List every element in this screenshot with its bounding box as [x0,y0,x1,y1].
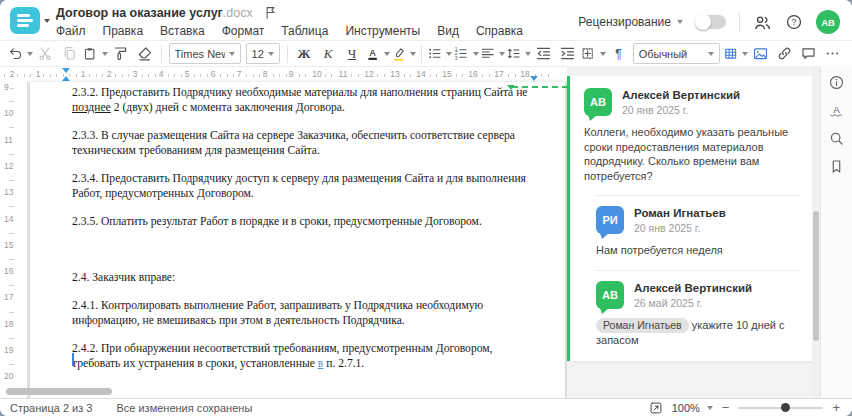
ruler-number: 7 [236,70,243,79]
link-button[interactable] [773,42,796,65]
comment-thread: АВАлексей Вертинский20 янв 2025 г.Коллег… [584,88,800,347]
page-indicator[interactable]: Страница 2 из 3 [10,402,92,414]
increase-indent-button[interactable] [556,42,579,65]
zoom-in-button[interactable]: + [832,402,840,414]
comment-header: РИРоман Игнатьев20 янв 2025 г. [596,206,800,234]
ruler-number: 10 [3,108,14,119]
vertical-scrollbar-thumb[interactable] [813,211,819,341]
font-color-button[interactable]: А [365,42,390,65]
text-run: 2 (двух) дней с момента заключения Догов… [111,101,345,114]
fit-width-icon[interactable] [649,401,663,415]
font-size-select[interactable]: 12 [246,43,280,64]
comment-avatar: АВ [596,281,624,309]
align-left-button[interactable] [480,42,505,65]
decrease-indent-button[interactable] [532,42,555,65]
vertical-ruler[interactable]: 91011121314151617181920 [0,82,28,398]
paragraph[interactable]: 2.4.1. Контролировать выполнение Работ, … [72,298,537,328]
zoom-slider[interactable] [738,407,823,409]
document-page[interactable]: 2.3.2. Предоставить Подрядчику необходим… [30,82,565,398]
review-mode-button[interactable]: Рецензирование [578,15,683,29]
logo-caret-icon[interactable] [44,19,50,23]
italic-button[interactable]: К [317,42,340,65]
pilcrow-button[interactable]: ¶ [607,42,630,65]
bold-button[interactable]: Ж [293,42,316,65]
text-run: п. 2.7.1. [323,357,364,370]
comment-reply[interactable]: РИРоман Игнатьев20 янв 2025 г.Нам потреб… [596,195,800,258]
comment-reply[interactable]: АВАлексей Вертинский26 май 2025 г.Роман … [596,270,800,348]
horizontal-ruler[interactable]: 21123456789101112131415161718 [0,66,567,82]
format-painter-button[interactable] [109,42,132,65]
image-button[interactable] [749,42,772,65]
menu-item-1[interactable]: Правка [103,24,144,38]
menu-item-3[interactable]: Формат [222,24,265,38]
menu-item-0[interactable]: Файл [56,24,86,38]
document-area: 91011121314151617181920 2.3.2. Предостав… [0,82,567,398]
paragraph[interactable]: 2.3.2. Предоставить Подрядчику необходим… [72,85,537,115]
toggle-knob[interactable] [695,14,711,30]
ruler-number: 8 [262,70,269,79]
avatar-tail-icon [600,308,609,314]
paragraph[interactable]: 2.4.2. При обнаружении несоответствий тр… [72,341,537,371]
search-icon[interactable] [828,130,845,147]
ruler-number: 1 [35,70,42,79]
spellcheck-icon[interactable]: А [828,102,845,119]
underline-button[interactable]: Ч [341,42,364,65]
paragraph[interactable] [72,242,537,257]
more-button[interactable] [821,42,844,65]
ruler-number: 14 [3,214,14,225]
comment-date: 20 янв 2025 г. [622,104,740,116]
comment-avatar: РИ [596,206,624,234]
menu-item-5[interactable]: Инструменты [345,24,420,38]
right-indent-marker[interactable] [530,76,538,81]
text-run: 2.3.4. Предоставить Подрядчику доступ к … [72,172,526,200]
comment-card[interactable]: АВАлексей Вертинский20 янв 2025 г.Коллег… [567,76,812,361]
ruler-number: 2 [106,70,113,79]
toolbar-separator [161,45,162,63]
user-avatar[interactable]: АВ [816,10,840,34]
bookmark-icon[interactable] [828,158,845,175]
app-menu[interactable] [10,7,50,34]
line-spacing-button[interactable] [506,42,531,65]
comment[interactable]: АВАлексей Вертинский20 янв 2025 г.Коллег… [584,88,800,183]
menu-item-4[interactable]: Таблица [281,24,328,38]
ruler-number: 19 [3,345,14,356]
numbered-list-button[interactable]: 123 [453,42,478,65]
bullet-list-button[interactable] [427,42,452,65]
text-run: 2.3.3. В случае размещения Сайта на серв… [72,129,515,157]
zoom-select[interactable]: 100% [672,402,713,414]
flag-icon[interactable] [263,5,278,20]
comment-button[interactable] [797,42,820,65]
menu-item-2[interactable]: Вставка [160,24,205,38]
undo-button[interactable] [8,42,33,65]
zoom-slider-thumb[interactable] [781,403,790,412]
paragraph[interactable]: 2.3.4. Предоставить Подрядчику доступ к … [72,171,537,201]
style-name-select[interactable]: Обычный [633,43,720,64]
zoom-out-button[interactable]: − [722,402,730,414]
comment-header: АВАлексей Вертинский26 май 2025 г. [596,281,800,309]
paragraph-borders-button[interactable] [580,42,605,65]
left-indent-marker[interactable] [62,76,70,81]
horizontal-scrollbar[interactable] [6,388,112,395]
first-line-indent-marker[interactable] [62,68,70,73]
vertical-scrollbar-track[interactable] [812,66,820,398]
collaboration-icon[interactable] [753,13,772,32]
info-icon[interactable] [828,74,845,91]
paste-button[interactable] [82,42,107,65]
menu-item-6[interactable]: Вид [437,24,459,38]
paragraph[interactable]: 2.4. Заказчик вправе: [72,270,537,285]
ruler-number: 9 [288,70,295,79]
table-button[interactable] [723,42,748,65]
paragraph[interactable]: 2.3.5. Оплатить результат Работ в порядк… [72,214,537,229]
app-logo-icon[interactable] [10,7,40,34]
save-status: Все изменения сохранены [116,402,252,414]
highlight-button[interactable] [391,42,416,65]
paragraph[interactable]: 2.3.3. В случае размещения Сайта на серв… [72,128,537,158]
mention-pill[interactable]: Роман Игнатьев [596,318,689,333]
menu-item-7[interactable]: Справка [476,24,523,38]
chevron-down-icon [707,406,713,410]
font-name-select[interactable]: Times New ... [169,43,241,64]
clear-style-button[interactable] [133,42,156,65]
review-toggle[interactable] [696,15,726,29]
comment-text: Коллеги, необходимо указать реальные сро… [584,125,800,183]
help-icon[interactable]: ? [785,13,803,31]
